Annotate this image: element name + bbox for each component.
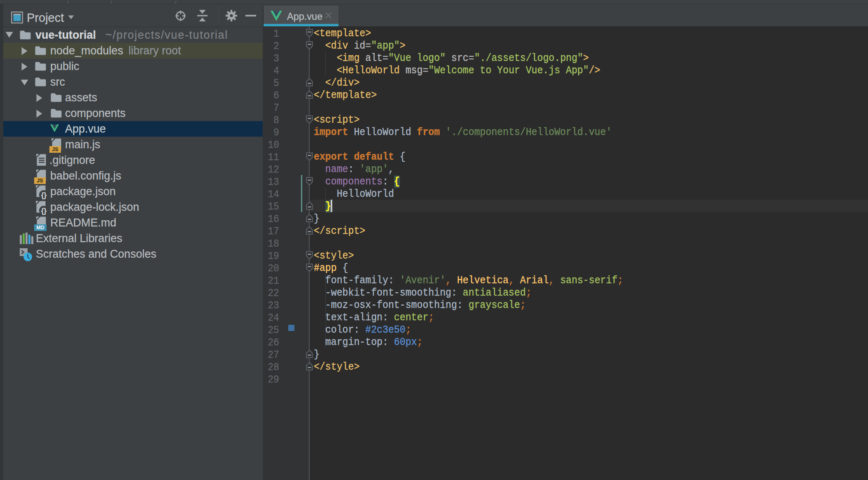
svg-text:{}: {} [41,206,47,215]
svg-text:{}: {} [41,191,47,199]
